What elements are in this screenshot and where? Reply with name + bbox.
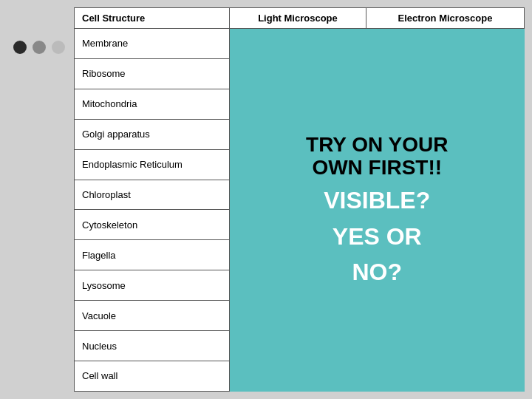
electron-microscope-cell <box>366 58 524 89</box>
decorative-circles <box>13 41 65 54</box>
light-microscope-cell <box>230 301 366 331</box>
cell-structure-cell: Cell wall <box>75 361 230 391</box>
table-row: Lysosome <box>75 270 525 301</box>
light-microscope-cell <box>230 240 366 270</box>
light-microscope-cell <box>230 270 366 301</box>
cell-structure-table: Cell Structure Light Microscope Electron… <box>74 7 525 392</box>
cell-structure-cell: Lysosome <box>75 270 230 301</box>
cell-structure-cell: Cytoskeleton <box>75 210 230 240</box>
cell-structure-cell: Mitochondria <box>75 89 230 119</box>
electron-microscope-cell <box>366 240 524 270</box>
light-microscope-cell <box>230 119 366 149</box>
cell-structure-cell: Endoplasmic Reticulum <box>75 149 230 180</box>
electron-microscope-cell <box>366 149 524 180</box>
table-wrapper: Cell Structure Light Microscope Electron… <box>74 7 525 392</box>
electron-microscope-cell <box>366 89 524 119</box>
table-row: Cell wall <box>75 361 525 391</box>
circle-3 <box>52 41 65 54</box>
page-container: Cell Structure Light Microscope Electron… <box>0 0 532 399</box>
electron-microscope-cell <box>366 361 524 391</box>
light-microscope-cell <box>230 180 366 210</box>
cell-structure-cell: Chloroplast <box>75 180 230 210</box>
table-row: Vacuole <box>75 301 525 331</box>
cell-structure-cell: Membrane <box>75 29 230 59</box>
light-microscope-cell <box>230 89 366 119</box>
light-microscope-cell <box>230 361 366 391</box>
table-row: Flagella <box>75 240 525 270</box>
light-microscope-cell <box>230 210 366 240</box>
electron-microscope-cell <box>366 119 524 149</box>
light-microscope-cell <box>230 331 366 361</box>
table-row: Cytoskeleton <box>75 210 525 240</box>
circle-2 <box>33 41 46 54</box>
cell-structure-cell: Flagella <box>75 240 230 270</box>
table-header-row: Cell Structure Light Microscope Electron… <box>75 8 525 29</box>
table-row: Ribosome <box>75 58 525 89</box>
electron-microscope-cell <box>366 210 524 240</box>
light-microscope-cell <box>230 29 366 59</box>
light-microscope-cell <box>230 149 366 180</box>
light-microscope-cell <box>230 58 366 89</box>
table-row: Chloroplast <box>75 180 525 210</box>
electron-microscope-cell <box>366 301 524 331</box>
cell-structure-cell: Nucleus <box>75 331 230 361</box>
electron-microscope-cell <box>366 331 524 361</box>
table-row: Mitochondria <box>75 89 525 119</box>
electron-microscope-cell <box>366 270 524 301</box>
electron-microscope-cell <box>366 29 524 59</box>
electron-microscope-cell <box>366 180 524 210</box>
cell-structure-cell: Ribosome <box>75 58 230 89</box>
col-header-light-microscope: Light Microscope <box>230 8 366 29</box>
cell-structure-cell: Golgi apparatus <box>75 119 230 149</box>
col-header-electron-microscope: Electron Microscope <box>366 8 524 29</box>
table-row: Endoplasmic Reticulum <box>75 149 525 180</box>
table-row: Nucleus <box>75 331 525 361</box>
cell-structure-cell: Vacuole <box>75 301 230 331</box>
circle-1 <box>13 41 27 54</box>
table-row: Membrane <box>75 29 525 59</box>
col-header-cell-structure: Cell Structure <box>75 8 230 29</box>
table-row: Golgi apparatus <box>75 119 525 149</box>
